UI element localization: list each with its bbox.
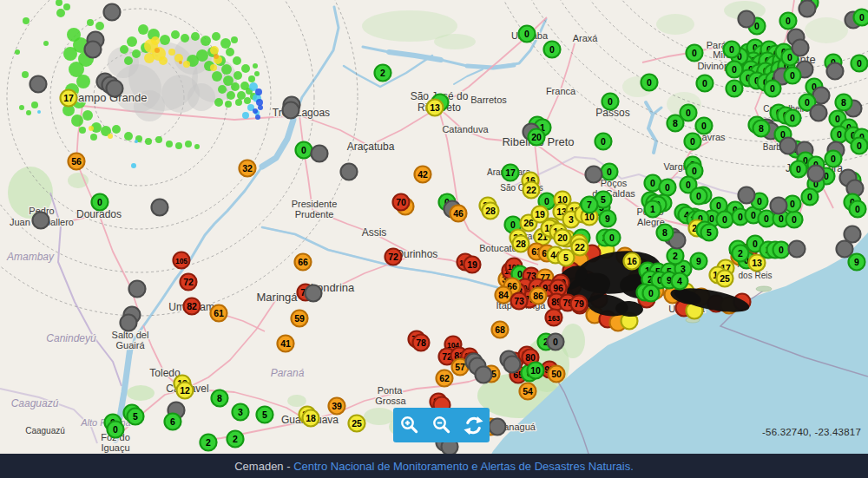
station-marker[interactable]: 0 <box>602 164 618 180</box>
station-marker[interactable]: 6 <box>165 414 181 430</box>
station-marker[interactable]: 2 <box>227 431 244 448</box>
station-marker[interactable]: 0 <box>92 194 108 211</box>
station-marker[interactable]: 2 <box>733 246 749 262</box>
station-marker[interactable] <box>739 187 755 204</box>
station-marker[interactable] <box>771 198 787 214</box>
station-marker[interactable] <box>827 63 844 80</box>
station-marker[interactable]: 46 <box>450 206 467 222</box>
station-marker[interactable]: 3 <box>233 404 249 421</box>
station-marker[interactable] <box>504 357 521 373</box>
station-marker[interactable]: 2 <box>375 65 391 82</box>
station-marker[interactable]: 0 <box>852 56 868 72</box>
station-marker[interactable]: 0 <box>802 189 819 206</box>
station-marker[interactable]: 8 <box>212 390 228 407</box>
station-marker[interactable]: 16 <box>624 253 641 270</box>
station-marker[interactable]: 28 <box>483 203 499 219</box>
station-marker[interactable]: 7 <box>582 197 598 213</box>
station-marker[interactable]: 0 <box>765 81 781 97</box>
station-marker[interactable]: 9 <box>600 211 616 227</box>
station-marker[interactable]: 22 <box>523 182 540 199</box>
station-marker[interactable]: 0 <box>604 230 621 246</box>
station-marker[interactable]: 62 <box>437 370 453 387</box>
station-marker[interactable]: 78 <box>413 335 430 351</box>
station-marker[interactable]: 17 <box>61 90 77 107</box>
station-marker[interactable] <box>33 213 49 229</box>
station-marker[interactable]: 70 <box>393 194 410 211</box>
station-marker[interactable]: 19 <box>464 257 481 273</box>
station-marker[interactable]: 0 <box>296 142 312 159</box>
station-marker[interactable]: 2 <box>667 248 684 265</box>
zoom-in-button[interactable] <box>393 408 425 442</box>
station-marker[interactable]: 0 <box>602 94 619 110</box>
station-marker[interactable]: 42 <box>415 167 431 183</box>
station-marker[interactable]: 25 <box>349 416 365 432</box>
station-marker[interactable] <box>792 40 809 56</box>
station-marker[interactable]: 13 <box>427 100 444 116</box>
station-marker[interactable]: 8 <box>657 225 674 241</box>
station-marker[interactable]: 9 <box>691 253 707 270</box>
station-marker[interactable]: 12 <box>177 383 194 399</box>
station-marker[interactable] <box>121 315 137 331</box>
station-marker[interactable]: 2 <box>201 435 217 451</box>
station-marker[interactable]: 0 <box>660 180 676 196</box>
station-marker[interactable] <box>107 81 123 97</box>
station-marker[interactable]: 0 <box>696 118 713 134</box>
station-marker[interactable]: 0 <box>780 13 797 29</box>
station-marker[interactable]: 39 <box>329 398 345 415</box>
station-marker[interactable] <box>129 281 146 298</box>
station-marker[interactable] <box>845 226 861 243</box>
station-marker[interactable]: 8 <box>667 115 684 132</box>
station-marker[interactable] <box>811 105 827 121</box>
station-marker[interactable] <box>490 419 506 435</box>
refresh-button[interactable] <box>457 408 490 442</box>
station-marker[interactable]: 73 <box>511 293 528 310</box>
station-marker[interactable]: 0 <box>691 188 707 205</box>
station-marker[interactable] <box>476 367 492 383</box>
station-marker[interactable] <box>837 241 853 258</box>
station-marker[interactable]: 86 <box>530 288 547 304</box>
station-marker[interactable]: 0 <box>519 26 536 43</box>
station-marker[interactable]: 9 <box>849 254 865 271</box>
station-marker[interactable]: 0 <box>108 422 124 438</box>
station-marker[interactable]: 0 <box>786 212 803 228</box>
station-marker[interactable]: 5 <box>128 409 144 425</box>
station-marker[interactable]: 50 <box>549 366 565 383</box>
station-marker[interactable]: 0 <box>643 285 660 302</box>
station-marker[interactable]: 163 <box>546 310 562 326</box>
station-marker[interactable]: 0 <box>785 68 801 84</box>
station-marker[interactable] <box>306 285 322 302</box>
station-marker[interactable]: 0 <box>852 138 868 154</box>
station-marker[interactable]: 0 <box>825 151 842 167</box>
station-marker[interactable]: 0 <box>791 161 807 178</box>
station-marker[interactable] <box>789 241 806 258</box>
station-marker[interactable]: 56 <box>69 154 85 170</box>
station-marker[interactable]: 8 <box>753 121 770 137</box>
station-marker[interactable]: 0 <box>854 10 868 26</box>
station-marker[interactable] <box>799 1 816 17</box>
station-marker[interactable]: 0 <box>773 242 790 259</box>
station-marker[interactable]: 8 <box>836 95 852 111</box>
station-marker[interactable]: 20 <box>529 129 545 146</box>
station-marker[interactable]: 0 <box>641 75 658 91</box>
station-marker[interactable]: 0 <box>687 45 703 62</box>
station-marker[interactable] <box>104 4 121 21</box>
zoom-out-button[interactable] <box>425 408 457 442</box>
station-marker[interactable]: 20 <box>555 230 571 246</box>
station-marker[interactable] <box>808 166 825 182</box>
station-marker[interactable] <box>283 102 299 119</box>
station-marker[interactable] <box>152 200 168 216</box>
station-marker[interactable]: 32 <box>240 160 256 177</box>
station-marker[interactable]: 0 <box>727 81 743 97</box>
station-marker[interactable] <box>341 164 358 180</box>
station-marker[interactable]: 5 <box>558 250 575 266</box>
station-marker[interactable]: 59 <box>292 311 308 327</box>
station-marker[interactable]: 18 <box>303 410 319 427</box>
station-marker[interactable] <box>312 146 328 162</box>
station-marker[interactable]: 0 <box>697 75 713 92</box>
station-marker[interactable]: 82 <box>184 298 201 315</box>
station-marker[interactable]: 28 <box>513 236 529 252</box>
station-marker[interactable]: 0 <box>850 201 866 218</box>
station-marker[interactable] <box>739 11 755 28</box>
station-marker[interactable]: 79 <box>571 296 588 312</box>
station-marker[interactable]: 84 <box>496 287 512 304</box>
